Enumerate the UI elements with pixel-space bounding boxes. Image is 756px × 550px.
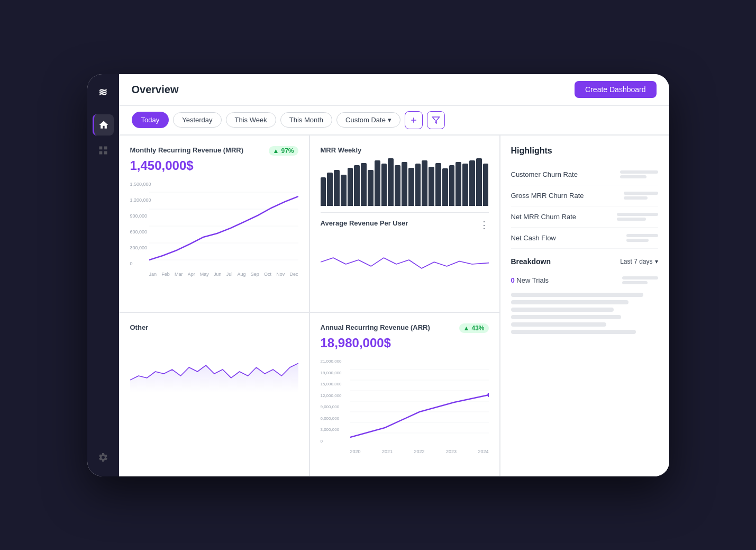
highlights-card: Highlights Customer Churn Rate Gross MRR… xyxy=(500,135,669,476)
mrr-chart-svg xyxy=(149,182,298,266)
dashboard-grid: Monthly Recurring Revenue (MRR) 1,450,00… xyxy=(119,135,669,476)
highlight-net-cash-flow-label: Net Cash Flow xyxy=(511,234,556,242)
breakdown-header: Breakdown Last 7 days ▾ xyxy=(511,257,658,266)
arr-card: Annual Recurring Revenue (ARR) 18,980,00… xyxy=(309,312,500,476)
avg-revenue-section: Average Revenue Per User ⋮ xyxy=(321,212,489,291)
main-content: Overview Create Dashboard Today Yesterda… xyxy=(119,74,669,476)
breakdown-row-1 xyxy=(511,293,643,297)
chevron-down-icon: ▾ xyxy=(388,116,391,124)
sidebar-bottom xyxy=(93,447,114,468)
filter-options-button[interactable] xyxy=(427,111,445,129)
highlight-gross-mrr: Gross MRR Churn Rate xyxy=(511,185,658,206)
sidebar-item-settings[interactable] xyxy=(93,447,114,468)
mrr-badge: ▲ 97% xyxy=(269,146,298,156)
arr-chart-svg xyxy=(350,359,489,444)
yesterday-filter-button[interactable]: Yesterday xyxy=(173,112,221,128)
highlight-net-mrr-label: Net MRR Churn Rate xyxy=(511,213,577,221)
page-title: Overview xyxy=(132,84,179,96)
mrr-weekly-bar-chart xyxy=(321,158,489,206)
sidebar-item-home[interactable] xyxy=(93,114,114,136)
svg-rect-0 xyxy=(99,146,102,149)
breakdown-row-6 xyxy=(511,330,636,334)
avg-revenue-menu-icon[interactable]: ⋮ xyxy=(479,219,489,231)
arr-value: 18,980,000$ xyxy=(321,336,430,350)
mrr-weekly-section: MRR Weekly xyxy=(321,146,489,206)
this-week-filter-button[interactable]: This Week xyxy=(226,112,276,128)
breakdown-title: Breakdown xyxy=(511,257,551,266)
breakdown-row-5 xyxy=(511,322,607,327)
new-trials-row: 0 New Trials xyxy=(511,272,658,288)
svg-marker-12 xyxy=(130,363,298,393)
arr-y-labels: 21,000,000 18,000,000 15,000,000 12,000,… xyxy=(321,359,342,444)
sidebar-logo: ≋ xyxy=(94,83,113,102)
avg-revenue-chart-svg xyxy=(321,236,489,288)
arrow-up-icon: ▲ xyxy=(463,324,470,332)
svg-point-20 xyxy=(487,393,489,397)
arr-x-labels: 2020 2021 2022 2023 2024 xyxy=(350,449,489,454)
sidebar: ≋ xyxy=(87,74,119,476)
mrr-weekly-title: MRR Weekly xyxy=(321,146,489,154)
highlights-title: Highlights xyxy=(511,146,658,156)
highlights-list: Customer Churn Rate Gross MRR Churn Rate xyxy=(511,164,658,249)
arr-title: Annual Recurring Revenue (ARR) xyxy=(321,323,430,331)
breakdown-period-select[interactable]: Last 7 days ▾ xyxy=(620,258,658,265)
other-chart-svg xyxy=(130,340,298,403)
highlight-customer-churn-label: Customer Churn Rate xyxy=(511,170,578,178)
sidebar-item-grid[interactable] xyxy=(93,140,114,161)
chevron-down-icon: ▾ xyxy=(655,258,658,265)
this-month-filter-button[interactable]: This Month xyxy=(280,112,332,128)
today-filter-button[interactable]: Today xyxy=(132,112,169,128)
highlight-customer-churn: Customer Churn Rate xyxy=(511,164,658,185)
svg-rect-3 xyxy=(104,151,107,154)
mrr-chart-container: 1,500,000 1,200,000 900,000 600,000 300,… xyxy=(130,182,298,277)
mrr-card: Monthly Recurring Revenue (MRR) 1,450,00… xyxy=(119,135,309,313)
svg-rect-2 xyxy=(99,151,102,154)
add-filter-button[interactable] xyxy=(405,111,423,129)
arr-badge: ▲ 43% xyxy=(459,323,489,333)
mrr-y-labels: 1,500,000 1,200,000 900,000 600,000 300,… xyxy=(130,182,151,266)
mrr-value: 1,450,000$ xyxy=(130,158,244,173)
arr-chart-container: 21,000,000 18,000,000 15,000,000 12,000,… xyxy=(321,359,489,454)
breakdown-items xyxy=(511,293,658,334)
header-right: Create Dashboard xyxy=(575,81,656,98)
mrr-title: Monthly Recurring Revenue (MRR) xyxy=(130,146,244,154)
new-trials-bars xyxy=(622,276,658,284)
avg-revenue-title: Average Revenue Per User xyxy=(321,219,408,227)
mrr-weekly-card: MRR Weekly xyxy=(309,135,500,313)
svg-marker-6 xyxy=(432,117,439,123)
arrow-up-icon: ▲ xyxy=(273,147,279,155)
custom-date-filter-button[interactable]: Custom Date ▾ xyxy=(336,112,400,128)
svg-rect-1 xyxy=(104,146,107,149)
other-title: Other xyxy=(130,323,298,331)
header: Overview Create Dashboard xyxy=(119,74,669,106)
highlight-net-cash-flow-bars xyxy=(626,234,658,242)
other-card: Other xyxy=(119,312,309,476)
breakdown-row-4 xyxy=(511,315,622,319)
breakdown-row-2 xyxy=(511,300,629,304)
create-dashboard-button[interactable]: Create Dashboard xyxy=(575,81,656,98)
highlight-net-mrr-bars xyxy=(617,213,658,221)
highlight-gross-mrr-bars xyxy=(624,192,658,200)
highlight-gross-mrr-label: Gross MRR Churn Rate xyxy=(511,192,584,200)
highlight-net-cash-flow: Net Cash Flow xyxy=(511,228,658,249)
mrr-x-labels: JanFebMarAprMayJunJulAugSepOctNovDec xyxy=(149,272,298,277)
highlight-customer-churn-bars xyxy=(620,170,658,178)
filter-bar: Today Yesterday This Week This Month Cus… xyxy=(119,106,669,135)
highlight-net-mrr: Net MRR Churn Rate xyxy=(511,206,658,228)
breakdown-row-3 xyxy=(511,308,614,312)
